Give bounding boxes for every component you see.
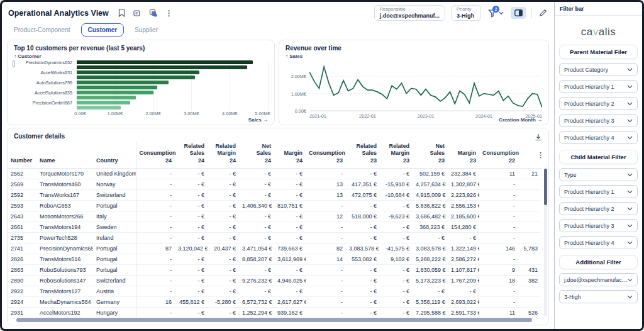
- bar-category-label: PrecisionGmbH667: [14, 101, 77, 106]
- bar[interactable]: [77, 86, 157, 89]
- bar[interactable]: [77, 81, 169, 84]
- tab-supplier[interactable]: Supplier: [128, 23, 165, 36]
- bookmark-icon[interactable]: [117, 8, 127, 18]
- table-cell: [518, 254, 541, 264]
- share-icon[interactable]: [133, 8, 143, 18]
- table-cell: 13: [306, 179, 346, 189]
- filter-dropdown[interactable]: Product Hierarchy 3: [559, 219, 638, 232]
- column-header[interactable]: Consumption 23: [306, 142, 346, 168]
- bar[interactable]: [77, 65, 247, 69]
- filter-dropdown[interactable]: 3-High: [559, 290, 638, 303]
- table-cell: 2922: [8, 286, 36, 296]
- vertical-scrollbar-thumb[interactable]: [544, 169, 547, 205]
- table-row[interactable]: 2922TransMotors127Austria-- €- €- €- €--…: [8, 286, 541, 296]
- table-cell: -: [479, 200, 518, 211]
- responsible-field[interactable]: Responsible j.doe@xspechmanuf...: [374, 5, 445, 21]
- bar-category-label: AutoSolutions795: [14, 81, 77, 86]
- filter-section-heading[interactable]: Child Material Filter: [559, 150, 638, 164]
- table-row[interactable]: 2741PrecisionDynamics652Portugal873,120,…: [8, 243, 541, 254]
- filter-dropdown[interactable]: Product Hierarchy 2: [559, 202, 638, 215]
- table-row[interactable]: 2593RoboAG653Portugal-- €- €1,406,340 €8…: [8, 200, 541, 211]
- column-header[interactable]: Related Sales 24: [175, 142, 208, 168]
- bar-chart-plot: PrecisionDynamics652AccelWorks631AutoSol…: [14, 60, 268, 111]
- more-icon[interactable]: ⋮: [164, 8, 174, 18]
- scrollbar-thumb[interactable]: [13, 60, 15, 67]
- dropdown-value: Type: [564, 172, 577, 178]
- table-cell: 810,751 €: [274, 200, 306, 211]
- filter-dropdown[interactable]: Product Hierarchy 1: [559, 80, 638, 93]
- column-header[interactable]: Consumption 24: [136, 142, 175, 168]
- tab-customer[interactable]: Customer: [81, 23, 125, 36]
- filter-menu-button[interactable]: 2: [488, 9, 504, 18]
- priority-field[interactable]: Priority 3-High: [451, 5, 481, 21]
- table-head: NumberNameCountryConsumption 24Related S…: [8, 142, 541, 168]
- table-cell: - €: [208, 264, 239, 275]
- column-header[interactable]: Margin 23: [448, 142, 479, 168]
- edit-icon[interactable]: [538, 8, 548, 18]
- table-row[interactable]: 2592TransWorks167Switzerland-- €- €- €- …: [8, 189, 541, 200]
- column-header[interactable]: Related Sales 23: [346, 142, 380, 168]
- bar[interactable]: [77, 70, 199, 74]
- filter-dropdown[interactable]: Product Hierarchy 3: [559, 114, 638, 127]
- table-row[interactable]: 2863RoboSolutions793Portugal-- €- €- €- …: [8, 264, 541, 275]
- filter-dropdown[interactable]: Product Hierarchy 4: [559, 236, 638, 249]
- bar[interactable]: [77, 76, 195, 79]
- table-cell: -: [306, 200, 346, 211]
- table-cell: 87: [136, 243, 175, 254]
- table-row[interactable]: 2924MechaDynamics584Germany16455,812 €-5…: [8, 296, 541, 307]
- bar[interactable]: [77, 101, 130, 104]
- table-row[interactable]: 2826TransMotors516Portugal-- €- €8,858,2…: [8, 254, 541, 264]
- x-tick-label: 2021-01: [309, 113, 326, 119]
- bar[interactable]: [77, 96, 136, 99]
- table-row[interactable]: 2569TransMotors460Norway-- €- €- €- €134…: [8, 179, 541, 189]
- bar[interactable]: [77, 91, 153, 94]
- table-cell: - €: [346, 168, 380, 179]
- column-header[interactable]: Number: [8, 142, 36, 168]
- column-header[interactable]: Name: [36, 142, 93, 168]
- x-tick-label: 2022-01: [359, 113, 376, 119]
- column-header[interactable]: Consumption 22: [479, 142, 518, 168]
- filter-dropdown[interactable]: Product Hierarchy 2: [559, 97, 638, 110]
- column-header[interactable]: Country: [93, 142, 136, 168]
- table-cell: 5,836,822 €: [413, 200, 448, 211]
- bar[interactable]: [77, 106, 121, 109]
- filter-dropdown[interactable]: Product Hierarchy 1: [559, 185, 638, 198]
- copy-icon[interactable]: [148, 8, 158, 18]
- column-header[interactable]: [518, 142, 541, 168]
- table-row[interactable]: 2735PowerTech528Ireland-- €- €- €- €-- €…: [8, 232, 541, 243]
- column-header[interactable]: Net Sales 23: [413, 142, 448, 168]
- table-row[interactable]: 2931AccelMotors192Hungary-- €- €1,252,29…: [8, 307, 541, 318]
- table-cell: - €: [175, 189, 208, 200]
- filter-section-heading[interactable]: Parent Material Filer: [559, 45, 638, 59]
- table-row[interactable]: 2643MotionMotors266Italy-- €- €- €- €125…: [8, 211, 541, 222]
- filter-dropdown[interactable]: Product Category: [559, 63, 638, 76]
- sidebar-toggle-button[interactable]: [511, 7, 526, 19]
- column-header[interactable]: Net Sales 24: [239, 142, 274, 168]
- table-cell: 472,075 €: [346, 189, 380, 200]
- table-row[interactable]: 2562TorqueMotors170United Kingdom-- €- €…: [8, 168, 541, 179]
- filter-dropdown[interactable]: j.doe@xspechmanufacturin...: [559, 273, 638, 286]
- table-row[interactable]: 2890RoboSolutions147Switzerland-- €- €9,…: [8, 275, 541, 286]
- table-cell: - €: [208, 222, 239, 232]
- table-cell: 20,437 €: [208, 243, 239, 254]
- horizontal-scrollbar[interactable]: [16, 318, 532, 322]
- table-cell: AccelMotors192: [36, 307, 93, 318]
- bar[interactable]: [77, 60, 253, 64]
- table-cell: - €: [380, 275, 413, 286]
- column-header[interactable]: Margin 24: [274, 142, 306, 168]
- filter-dropdown[interactable]: Type: [559, 168, 638, 181]
- table-cell: -: [306, 307, 346, 318]
- tab-product-component[interactable]: Product-Component: [7, 23, 77, 36]
- customer-table: NumberNameCountryConsumption 24Related S…: [8, 142, 541, 318]
- filter-dropdown[interactable]: Product Hierarchy 4: [559, 131, 638, 144]
- column-header[interactable]: Related Margin 23: [380, 142, 413, 168]
- bar-category-label: AccelWorks631: [14, 70, 77, 76]
- page-title: Operational Analytics View: [8, 9, 109, 18]
- table-cell: -: [136, 254, 175, 264]
- filter-section-heading[interactable]: Additional Filter: [559, 255, 638, 269]
- table-cell: 21: [518, 168, 541, 179]
- column-header[interactable]: Related Margin 24: [208, 142, 239, 168]
- table-cell: 232,384 €: [448, 168, 479, 179]
- table-row[interactable]: 2661TransMotors194Sweden-- €- €- €- €-- …: [8, 222, 541, 232]
- table-cell: -: [306, 168, 346, 179]
